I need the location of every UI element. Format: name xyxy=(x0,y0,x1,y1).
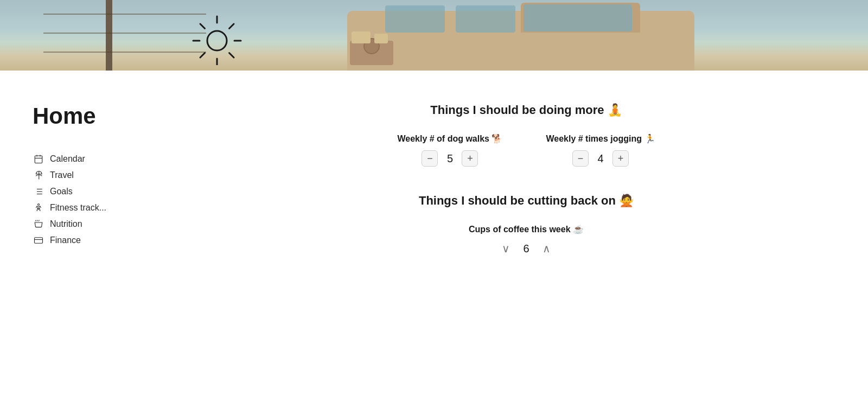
page-title: Home xyxy=(33,103,163,129)
svg-point-0 xyxy=(207,31,227,50)
sun-icon xyxy=(184,5,250,71)
dog-walks-card: Weekly # of dog walks 🐕 − 5 + xyxy=(397,133,502,167)
finance-label: Finance xyxy=(50,235,81,245)
sidebar-item-fitness[interactable]: Fitness track... xyxy=(33,200,163,216)
coffee-stepper: ∨ 6 ∧ xyxy=(497,240,554,257)
svg-line-5 xyxy=(200,24,205,29)
dog-walks-increment-button[interactable]: + xyxy=(462,150,478,167)
doing-more-section: Things I should be doing more 🧘 Weekly #… xyxy=(217,103,835,167)
hero-banner xyxy=(0,0,868,71)
coffee-value: 6 xyxy=(523,243,529,255)
svg-line-8 xyxy=(200,53,205,58)
sidebar-item-finance[interactable]: Finance xyxy=(33,232,163,249)
jogging-increment-button[interactable]: + xyxy=(612,150,629,167)
calendar-label: Calendar xyxy=(50,154,85,164)
coffee-card: Cups of coffee this week ☕ ∨ 6 ∧ xyxy=(217,224,835,257)
dog-walks-label: Weekly # of dog walks 🐕 xyxy=(397,133,502,144)
sidebar-item-goals[interactable]: Goals xyxy=(33,183,163,200)
sidebar-item-nutrition[interactable]: Nutrition xyxy=(33,216,163,232)
finance-icon xyxy=(33,235,44,245)
palm-tree-icon xyxy=(33,170,44,180)
svg-rect-9 xyxy=(35,156,42,163)
jogging-stepper: − 4 + xyxy=(572,150,629,167)
main-layout: Home Calendar xyxy=(0,71,868,290)
jogging-value: 4 xyxy=(595,152,606,165)
fitness-label: Fitness track... xyxy=(50,203,106,213)
svg-line-6 xyxy=(229,53,234,58)
nutrition-label: Nutrition xyxy=(50,219,82,229)
goals-label: Goals xyxy=(50,187,73,196)
sidebar: Home Calendar xyxy=(0,92,163,268)
dog-walks-decrement-button[interactable]: − xyxy=(422,150,438,167)
sidebar-item-calendar[interactable]: Calendar xyxy=(33,151,163,167)
svg-rect-20 xyxy=(35,238,43,244)
jogging-card: Weekly # times jogging 🏃 − 4 + xyxy=(546,133,655,167)
dog-walks-stepper: − 5 + xyxy=(422,150,478,167)
travel-label: Travel xyxy=(50,170,74,180)
coffee-label: Cups of coffee this week ☕ xyxy=(469,224,584,234)
coffee-increment-button[interactable]: ∧ xyxy=(538,240,555,257)
doing-more-metrics: Weekly # of dog walks 🐕 − 5 + Weekly # t… xyxy=(217,133,835,167)
calendar-icon xyxy=(33,154,44,164)
cutting-back-title: Things I should be cutting back on 🙅 xyxy=(217,194,835,208)
dog-walks-value: 5 xyxy=(444,152,455,165)
svg-point-19 xyxy=(38,204,40,206)
jogging-decrement-button[interactable]: − xyxy=(572,150,589,167)
svg-line-7 xyxy=(229,24,234,29)
doing-more-title: Things I should be doing more 🧘 xyxy=(217,103,835,117)
fitness-icon xyxy=(33,203,44,213)
nutrition-icon xyxy=(33,219,44,229)
coffee-decrement-button[interactable]: ∨ xyxy=(497,240,514,257)
list-icon xyxy=(33,187,44,196)
right-content: Things I should be doing more 🧘 Weekly #… xyxy=(163,92,868,268)
jogging-label: Weekly # times jogging 🏃 xyxy=(546,133,655,144)
cutting-back-section: Things I should be cutting back on 🙅 Cup… xyxy=(217,194,835,257)
sidebar-item-travel[interactable]: Travel xyxy=(33,167,163,183)
